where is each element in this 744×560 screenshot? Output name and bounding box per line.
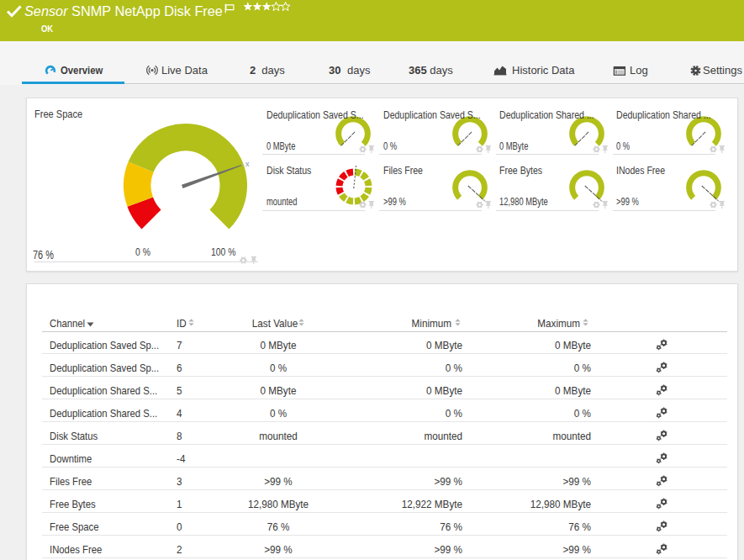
svg-text:x: x (245, 160, 250, 168)
